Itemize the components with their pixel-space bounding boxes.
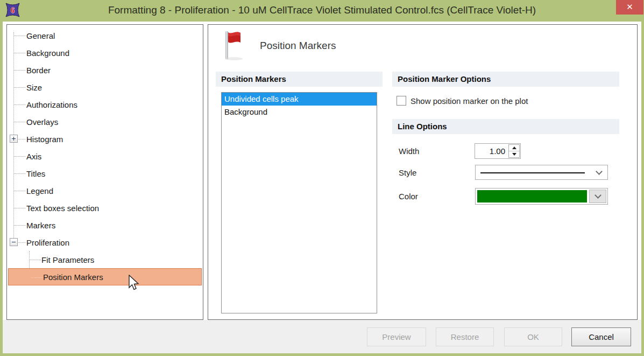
position-markers-list[interactable]: Undivided cells peak Background xyxy=(221,92,377,313)
collapse-minus-icon[interactable] xyxy=(10,238,18,246)
formatting-dialog-window: 6 Formatting 8 - Proliferation - 10 uM C… xyxy=(0,0,644,356)
tree-item-titles[interactable]: Titles xyxy=(7,165,203,182)
chevron-down-icon xyxy=(595,192,601,199)
width-spinner[interactable]: 1.00 xyxy=(475,143,521,159)
tree-item-fit-parameters[interactable]: Fit Parameters xyxy=(7,251,203,268)
tree-item-text-boxes-selection[interactable]: Text boxes selection xyxy=(7,199,203,217)
window-title: Formatting 8 - Proliferation - 10 uM Cel… xyxy=(0,0,644,22)
tree-item-overlays[interactable]: Overlays xyxy=(7,113,203,130)
tree-item-general[interactable]: General xyxy=(7,27,203,44)
solid-line-preview xyxy=(480,172,585,173)
tree-item-proliferation[interactable]: Proliferation xyxy=(7,234,203,251)
color-swatch xyxy=(477,190,587,203)
tree-item-border[interactable]: Border xyxy=(7,61,203,79)
spin-buttons xyxy=(508,144,520,158)
show-position-marker-label: Show position marker on the plot xyxy=(411,96,528,106)
show-position-marker-checkbox[interactable] xyxy=(397,96,406,106)
settings-tree: General Background Border Size Authoriza… xyxy=(7,25,203,319)
mouse-cursor-icon xyxy=(128,275,140,291)
chevron-down-icon xyxy=(596,168,603,175)
restore-button[interactable]: Restore xyxy=(436,327,494,346)
red-flag-icon xyxy=(221,29,245,61)
preview-button[interactable]: Preview xyxy=(367,327,426,346)
spin-up-button[interactable] xyxy=(509,145,519,151)
style-dropdown[interactable] xyxy=(475,165,608,180)
color-dropdown[interactable] xyxy=(475,188,608,205)
color-label: Color xyxy=(399,192,418,201)
ok-button[interactable]: OK xyxy=(504,327,562,346)
tree-item-authorizations[interactable]: Authorizations xyxy=(7,96,203,113)
position-markers-list-header: Position Markers xyxy=(216,72,383,87)
titlebar: 6 Formatting 8 - Proliferation - 10 uM C… xyxy=(0,0,644,22)
spin-down-button[interactable] xyxy=(509,151,519,157)
tree-item-legend[interactable]: Legend xyxy=(7,182,203,199)
expand-plus-icon[interactable] xyxy=(10,135,18,143)
line-options-header: Line Options xyxy=(392,119,619,134)
settings-tree-panel: General Background Border Size Authoriza… xyxy=(6,24,203,320)
close-icon: ✕ xyxy=(626,2,633,11)
list-item-undivided-cells-peak[interactable]: Undivided cells peak xyxy=(222,93,377,106)
width-value[interactable]: 1.00 xyxy=(475,144,508,158)
tree-item-axis[interactable]: Axis xyxy=(7,148,203,165)
show-position-marker-row: Show position marker on the plot xyxy=(397,96,528,106)
spin-down-icon xyxy=(512,153,516,156)
width-label: Width xyxy=(399,146,419,156)
tree-item-histogram[interactable]: Histogram xyxy=(7,130,203,148)
tree-item-position-markers[interactable]: Position Markers xyxy=(8,268,202,285)
close-button[interactable]: ✕ xyxy=(616,0,643,15)
tree-item-markers[interactable]: Markers xyxy=(7,217,203,234)
tree-item-size[interactable]: Size xyxy=(7,79,203,96)
position-markers-page: Position Markers Position Markers Undivi… xyxy=(208,24,638,320)
style-label: Style xyxy=(399,168,416,177)
position-marker-options-header: Position Marker Options xyxy=(392,72,619,87)
list-item-background[interactable]: Background xyxy=(222,106,377,118)
cancel-button[interactable]: Cancel xyxy=(571,327,631,346)
tree-item-background[interactable]: Background xyxy=(7,44,203,61)
page-title: Position Markers xyxy=(260,40,336,52)
spin-up-icon xyxy=(512,146,516,149)
color-dropdown-button[interactable] xyxy=(589,190,606,203)
